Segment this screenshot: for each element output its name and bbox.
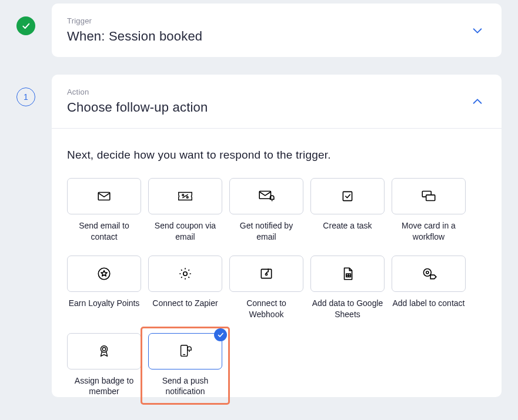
gear-icon <box>176 266 194 281</box>
trigger-eyebrow: Trigger <box>67 16 202 25</box>
trigger-header[interactable]: Trigger When: Session booked <box>52 4 502 57</box>
workflow-icon <box>420 189 437 204</box>
trigger-card: Trigger When: Session booked <box>52 4 502 57</box>
action-option-create-task: Create a task <box>310 178 385 243</box>
action-option-send-email: Send email to contact <box>67 178 141 243</box>
mail-icon <box>95 189 113 204</box>
action-tile-create-task[interactable] <box>310 178 385 214</box>
action-label: Send coupon via email <box>149 220 222 243</box>
action-option-move-card: Move card in a workflow <box>392 178 466 243</box>
coupon-icon <box>176 189 194 204</box>
action-tile-assign-badge[interactable] <box>67 333 141 369</box>
step-number-badge: 1 <box>16 88 35 106</box>
action-label: Move card in a workflow <box>392 220 465 243</box>
action-label: Send a push notification <box>149 375 222 398</box>
task-icon <box>339 189 356 204</box>
action-label: Connect to Webhook <box>230 298 303 320</box>
trigger-badge <box>16 16 35 35</box>
push-icon <box>176 344 194 359</box>
trigger-title: When: Session booked <box>67 29 202 44</box>
action-option-earn-loyalty: Earn Loyalty Points <box>67 256 141 320</box>
action-option-zapier: Connect to Zapier <box>148 256 222 320</box>
action-option-assign-badge: Assign badge to member <box>67 333 141 398</box>
action-tile-zapier[interactable] <box>148 256 222 292</box>
action-tile-earn-loyalty[interactable] <box>67 256 141 292</box>
action-tile-webhook[interactable] <box>229 256 303 292</box>
action-label: Earn Loyalty Points <box>69 298 140 309</box>
action-title: Choose follow-up action <box>67 100 208 115</box>
action-option-google-sheets: Add data to Google Sheets <box>310 256 385 320</box>
action-label: Assign badge to member <box>68 375 141 398</box>
action-option-webhook: Connect to Webhook <box>229 256 303 320</box>
action-label: Add data to Google Sheets <box>311 298 384 320</box>
action-tile-send-coupon[interactable] <box>148 178 222 214</box>
action-header[interactable]: Action Choose follow-up action <box>52 75 502 128</box>
action-label: Connect to Zapier <box>152 298 218 309</box>
action-card: 1 Action Choose follow-up action Next, d… <box>52 75 502 397</box>
action-option-notify-email: Get notified by email <box>229 178 303 243</box>
sheets-icon <box>339 266 356 281</box>
action-label: Create a task <box>323 220 372 231</box>
webhook-icon <box>258 266 275 281</box>
star-circle-icon <box>95 266 113 281</box>
action-option-push-notify: Send a push notification <box>142 328 228 404</box>
action-option-send-coupon: Send coupon via email <box>148 178 222 243</box>
action-tile-add-label[interactable] <box>392 256 466 292</box>
action-step-badge: 1 <box>16 88 35 106</box>
action-option-add-label: Add label to contact <box>392 256 466 320</box>
action-tile-notify-email[interactable] <box>229 178 303 214</box>
action-tile-move-card[interactable] <box>392 178 466 214</box>
action-label: Get notified by email <box>230 220 303 243</box>
action-body: Next, decide how you want to respond to … <box>52 129 502 397</box>
action-label: Send email to contact <box>68 220 141 243</box>
action-tile-google-sheets[interactable] <box>310 256 385 292</box>
action-eyebrow: Action <box>67 88 208 96</box>
chevron-down-icon <box>471 24 484 37</box>
step-number: 1 <box>24 92 28 102</box>
mail-bell-icon <box>258 189 275 204</box>
badge-icon <box>95 344 113 359</box>
label-icon <box>420 266 437 281</box>
check-icon <box>16 16 35 35</box>
action-label: Add label to contact <box>393 298 465 309</box>
action-prompt: Next, decide how you want to respond to … <box>67 149 486 162</box>
action-tile-send-email[interactable] <box>67 178 141 214</box>
chevron-up-icon <box>471 95 484 108</box>
selected-check-icon <box>214 328 227 341</box>
actions-grid: Send email to contactSend coupon via ema… <box>67 178 486 397</box>
action-tile-push-notify[interactable] <box>148 333 222 369</box>
